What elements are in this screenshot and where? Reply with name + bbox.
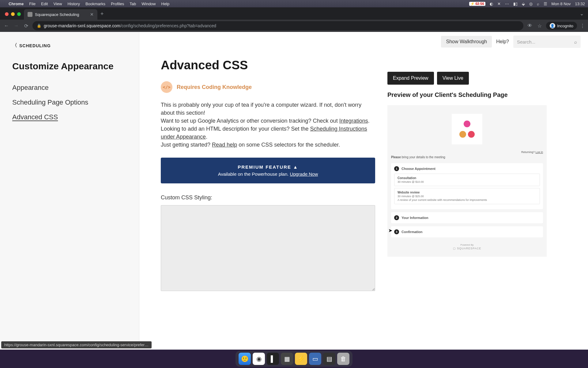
url-domain: grouse-mandarin-sxnl.squarespace.com xyxy=(44,23,120,28)
incognito-eye-icon[interactable]: 👁 xyxy=(526,23,533,29)
tab-bar: Squarespace Scheduling ✕ + ⌄ xyxy=(0,7,588,20)
control-center-icon[interactable]: ☰ xyxy=(544,2,547,6)
preview-login-link[interactable]: Log in xyxy=(535,151,543,154)
top-bar: Show Walkthrough Help? Search... ⌕ xyxy=(441,36,581,48)
dock-bolt-icon[interactable]: ⚡ xyxy=(295,353,307,365)
menu-file[interactable]: File xyxy=(29,2,36,6)
sidebar-item-advanced-css[interactable]: Advanced CSS xyxy=(12,113,127,121)
menubar-date[interactable]: Mon 8 Nov xyxy=(552,2,571,6)
search-icon: ⌕ xyxy=(574,39,577,44)
main-panel: Show Walkthrough Help? Search... ⌕ Advan… xyxy=(139,32,588,350)
battery-status[interactable]: ⚡02:56 xyxy=(469,2,485,6)
forward-button[interactable]: → xyxy=(13,23,20,29)
code-icon: </> xyxy=(161,81,172,93)
show-walkthrough-button[interactable]: Show Walkthrough xyxy=(441,36,492,48)
status-icon-1[interactable]: ◐ xyxy=(490,2,493,6)
page-heading: Advanced CSS xyxy=(161,58,375,72)
menu-help[interactable]: Help xyxy=(161,2,170,6)
browser-tab[interactable]: Squarespace Scheduling ✕ xyxy=(24,9,97,20)
coding-warning: </> Requires Coding Knowledge xyxy=(161,81,375,93)
menu-edit[interactable]: Edit xyxy=(41,2,48,6)
integrations-link[interactable]: Integrations xyxy=(339,118,368,124)
read-help-link[interactable]: Read help xyxy=(212,142,237,148)
app-name[interactable]: Chrome xyxy=(9,2,24,6)
status-icon-3[interactable]: ⋯ xyxy=(505,2,509,6)
sidebar-title: Customize Appearance xyxy=(12,61,127,71)
upgrade-now-link[interactable]: Upgrade Now xyxy=(290,171,318,177)
sidebar-item-page-options[interactable]: Scheduling Page Options xyxy=(12,98,127,106)
wifi-icon[interactable]: ⬙ xyxy=(522,2,525,6)
address-bar[interactable]: 🔒 grouse-mandarin-sxnl.squarespace.com/c… xyxy=(32,21,523,30)
menu-view[interactable]: View xyxy=(53,2,62,6)
macos-menubar: Chrome File Edit View History Bookmarks … xyxy=(0,0,588,7)
chevron-left-icon: 〈 xyxy=(12,42,17,49)
tab-favicon xyxy=(28,12,32,17)
sidebar-item-appearance[interactable]: Appearance xyxy=(12,84,127,92)
description-text: This is probably only your cup of tea if… xyxy=(161,101,375,149)
scheduling-preview: Returning? Log in Please bring your deta… xyxy=(387,105,547,257)
dock-finder-icon[interactable]: 🙂 xyxy=(239,353,251,365)
premium-title: PREMIUM FEATURE ▲ xyxy=(168,164,368,170)
tabs-dropdown-icon[interactable]: ⌄ xyxy=(580,11,584,17)
view-live-button[interactable]: View Live xyxy=(437,72,469,85)
new-tab-button[interactable]: + xyxy=(100,11,104,17)
preview-appointment-consultation[interactable]: Consultation 30 minutes @ $10.00 xyxy=(394,174,540,186)
preview-returning: Returning? Log in xyxy=(391,151,543,154)
search-input[interactable]: Search... ⌕ xyxy=(513,36,581,48)
premium-banner: PREMIUM FEATURE ▲ Available on the Power… xyxy=(161,158,375,183)
help-link[interactable]: Help? xyxy=(496,39,509,44)
preview-step-3-panel: 3Confirmation xyxy=(391,226,543,237)
content-column: Advanced CSS </> Requires Coding Knowled… xyxy=(161,58,375,292)
tab-close-icon[interactable]: ✕ xyxy=(90,12,94,17)
status-icon-2[interactable]: ✕ xyxy=(497,2,501,6)
address-bar-row: ← → ⟳ 🔒 grouse-mandarin-sxnl.squarespace… xyxy=(0,20,588,32)
chrome-window: Squarespace Scheduling ✕ + ⌄ ← → ⟳ 🔒 gro… xyxy=(0,7,588,350)
window-minimize-button[interactable] xyxy=(11,12,15,16)
browser-status-bar: https://grouse-mandarin-sxnl.squarespace… xyxy=(1,341,152,348)
dock-code-icon[interactable]: ▭ xyxy=(309,353,321,365)
sidebar: 〈 SCHEDULING Customize Appearance Appear… xyxy=(0,32,139,350)
dock-trash-icon[interactable]: 🗑 xyxy=(337,353,349,365)
preview-title: Preview of your Client's Scheduling Page xyxy=(387,91,547,98)
dock-monitor-icon[interactable]: ▤ xyxy=(323,353,335,365)
reload-button[interactable]: ⟳ xyxy=(23,23,29,29)
dock-terminal-icon[interactable]: ▌ xyxy=(267,353,279,365)
tab-title: Squarespace Scheduling xyxy=(35,12,79,17)
warning-label: Requires Coding Knowledge xyxy=(177,84,252,90)
expand-preview-button[interactable]: Expand Preview xyxy=(387,72,434,85)
window-maximize-button[interactable] xyxy=(17,12,21,16)
step-3-badge: 3 xyxy=(394,229,399,234)
page-content: 〈 SCHEDULING Customize Appearance Appear… xyxy=(0,32,588,350)
dock-app-icon[interactable]: ▦ xyxy=(281,353,293,365)
macos-dock: 🙂 ◉ ▌ ▦ ⚡ ▭ ▤ 🗑 xyxy=(236,351,352,367)
chrome-menu-icon[interactable]: ⋮ xyxy=(580,23,585,29)
lock-icon: 🔒 xyxy=(37,24,41,28)
menubar-time[interactable]: 13:32 xyxy=(575,2,585,6)
bookmark-star-icon[interactable]: ☆ xyxy=(536,23,543,29)
menu-profiles[interactable]: Profiles xyxy=(111,2,124,6)
custom-css-textarea[interactable] xyxy=(161,205,375,291)
preview-step-1-panel: 1Choose Appointment Consultation 30 minu… xyxy=(391,163,543,209)
menu-tab[interactable]: Tab xyxy=(130,2,136,6)
menu-bookmarks[interactable]: Bookmarks xyxy=(85,2,105,6)
search-placeholder: Search... xyxy=(517,39,535,44)
battery-icon[interactable]: ▮▯ xyxy=(513,2,518,6)
preview-logo xyxy=(452,114,482,144)
preview-step-2-panel: 2Your Information xyxy=(391,212,543,223)
url-path: /config/scheduling/preferences.php?tab=a… xyxy=(120,23,216,28)
incognito-icon: 👤 xyxy=(550,23,555,29)
preview-column: Expand Preview View Live Preview of your… xyxy=(387,58,547,292)
spotlight-icon[interactable]: ⌕ xyxy=(537,2,539,6)
menu-window[interactable]: Window xyxy=(141,2,156,6)
breadcrumb-back[interactable]: 〈 SCHEDULING xyxy=(12,42,127,49)
css-label: Custom CSS Styling: xyxy=(161,194,375,201)
preview-instructions: Please bring your details to the meeting xyxy=(391,155,543,159)
dock-chrome-icon[interactable]: ◉ xyxy=(253,353,265,365)
menu-history[interactable]: History xyxy=(67,2,80,6)
window-close-button[interactable] xyxy=(5,12,9,16)
user-icon[interactable]: ◎ xyxy=(529,2,533,6)
preview-appointment-review[interactable]: Website review 30 minutes @ $25.00 A rev… xyxy=(394,188,540,204)
step-2-badge: 2 xyxy=(394,215,399,220)
back-button[interactable]: ← xyxy=(3,23,10,29)
incognito-badge[interactable]: 👤 Incognito xyxy=(546,22,577,30)
